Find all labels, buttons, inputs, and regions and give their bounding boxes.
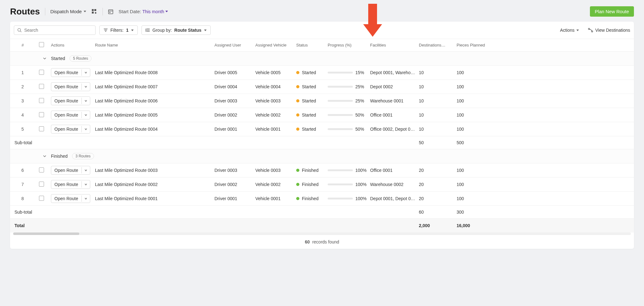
svg-line-8	[20, 31, 22, 32]
svg-rect-4	[108, 10, 113, 14]
start-date[interactable]: Start Date: This month	[119, 9, 168, 14]
open-route-button[interactable]: Open Route	[51, 68, 90, 77]
filter-icon	[103, 28, 108, 32]
open-route-button[interactable]: Open Route	[51, 82, 90, 91]
open-route-label[interactable]: Open Route	[51, 180, 81, 189]
plan-new-route-button[interactable]: Plan New Route	[590, 6, 634, 17]
route-name: Last Mile Optimized Route 0006	[95, 98, 214, 103]
horizontal-scrollbar[interactable]	[13, 232, 631, 235]
view-destinations-button[interactable]: View Destinations	[588, 28, 630, 33]
filters-label: Filters:	[110, 28, 124, 33]
chevron-down-icon	[43, 154, 47, 158]
progress-cell: 100%	[328, 168, 370, 173]
progress-bar	[328, 183, 353, 185]
status-dot	[296, 197, 299, 200]
open-route-button[interactable]: Open Route	[51, 194, 90, 203]
footer: 60 records found	[10, 235, 634, 249]
group-count-badge: 3 Routes	[72, 153, 94, 159]
progress-cell: 100%	[328, 182, 370, 187]
calendar-icon[interactable]	[108, 9, 114, 14]
svg-point-3	[95, 12, 96, 14]
open-route-dropdown[interactable]	[81, 112, 90, 118]
layout-icon[interactable]	[91, 8, 97, 15]
status-text: Started	[302, 84, 316, 89]
assigned-user: Driver 0002	[214, 112, 255, 117]
progress-value: 15%	[355, 70, 364, 75]
open-route-dropdown[interactable]	[81, 181, 90, 188]
open-route-button[interactable]: Open Route	[51, 180, 90, 189]
status-dot	[296, 99, 299, 102]
row-number: 7	[13, 182, 32, 187]
open-route-label[interactable]: Open Route	[51, 166, 81, 174]
col-actions: Actions	[51, 43, 95, 47]
subtotal-label: Sub-total	[13, 140, 95, 145]
open-route-dropdown[interactable]	[81, 167, 90, 173]
dispatch-mode-select[interactable]: Dispatch Mode	[50, 9, 86, 14]
row-checkbox[interactable]	[39, 196, 44, 201]
filters-button[interactable]: Filters: 1	[99, 25, 138, 35]
divider	[103, 8, 103, 15]
open-route-dropdown[interactable]	[81, 84, 90, 90]
row-checkbox[interactable]	[39, 112, 44, 117]
table-row: 2 Open Route Last Mile Optimized Route 0…	[10, 80, 634, 94]
open-route-label[interactable]: Open Route	[51, 97, 81, 105]
total-row: Total 2,000 16,000	[10, 219, 634, 232]
open-route-dropdown[interactable]	[81, 195, 90, 202]
assigned-user: Driver 0003	[214, 98, 255, 103]
open-route-dropdown[interactable]	[81, 126, 90, 132]
status-dot	[296, 71, 299, 74]
route-name: Last Mile Optimized Route 0002	[95, 182, 214, 187]
open-route-button[interactable]: Open Route	[51, 96, 90, 105]
progress-cell: 50%	[328, 112, 370, 117]
open-route-label[interactable]: Open Route	[51, 111, 81, 119]
row-checkbox[interactable]	[39, 98, 44, 103]
group-header[interactable]: Started 5 Routes	[10, 52, 634, 66]
progress-value: 100%	[355, 196, 367, 201]
facilities-cell: Office 0001	[370, 168, 419, 173]
row-checkbox[interactable]	[39, 126, 44, 131]
search-icon	[17, 28, 22, 32]
group-header[interactable]: Finished 3 Routes	[10, 149, 634, 163]
open-route-dropdown[interactable]	[81, 98, 90, 104]
destinations-cell: 20	[419, 182, 457, 187]
progress-bar	[328, 169, 353, 171]
search-input[interactable]	[24, 28, 92, 33]
open-route-button[interactable]: Open Route	[51, 125, 90, 134]
open-route-button[interactable]: Open Route	[51, 166, 90, 175]
facilities-cell: Depot 0002	[370, 84, 419, 89]
scrollbar-thumb[interactable]	[13, 232, 79, 235]
route-name: Last Mile Optimized Route 0007	[95, 84, 214, 89]
svg-rect-0	[92, 9, 94, 11]
open-route-label[interactable]: Open Route	[51, 68, 81, 77]
open-route-label[interactable]: Open Route	[51, 125, 81, 133]
open-route-label[interactable]: Open Route	[51, 83, 81, 91]
group-name: Finished	[51, 154, 68, 159]
progress-bar	[328, 72, 353, 74]
row-checkbox[interactable]	[39, 182, 44, 187]
row-checkbox[interactable]	[39, 84, 44, 89]
col-progress: Progress (%)	[328, 43, 370, 47]
groupby-button[interactable]: Group by: Route Status	[142, 25, 211, 35]
pieces-cell: 100	[457, 127, 488, 132]
row-checkbox[interactable]	[39, 167, 44, 172]
row-number: 3	[13, 98, 32, 103]
col-route-name: Route Name	[95, 43, 214, 47]
progress-value: 50%	[355, 127, 364, 132]
row-checkbox[interactable]	[39, 70, 44, 75]
pieces-cell: 100	[457, 196, 488, 201]
route-name: Last Mile Optimized Route 0008	[95, 70, 214, 75]
svg-rect-2	[92, 12, 94, 14]
select-all-checkbox[interactable]	[39, 42, 44, 47]
status-text: Started	[302, 98, 316, 103]
pieces-cell: 100	[457, 84, 488, 89]
status-cell: Started	[296, 112, 328, 117]
assigned-user: Driver 0005	[214, 70, 255, 75]
groupby-value: Route Status	[174, 28, 201, 33]
open-route-button[interactable]: Open Route	[51, 111, 90, 119]
open-route-dropdown[interactable]	[81, 69, 90, 76]
subtotal-pieces: 500	[457, 140, 488, 145]
search-input-wrapper[interactable]	[14, 25, 96, 35]
open-route-label[interactable]: Open Route	[51, 194, 81, 203]
actions-dropdown[interactable]: Actions	[560, 28, 579, 33]
status-dot	[296, 113, 299, 117]
